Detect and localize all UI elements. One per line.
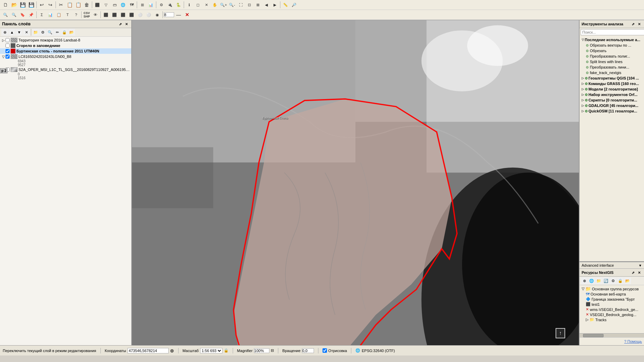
rendering-checkbox[interactable] bbox=[323, 348, 327, 353]
zoom-next-btn[interactable]: ▶ bbox=[271, 1, 279, 9]
magnifier-input[interactable] bbox=[254, 348, 269, 353]
layers-float-icon[interactable]: ⇗ bbox=[118, 21, 123, 27]
circle-select-btn[interactable]: ⬛ bbox=[110, 11, 119, 19]
layer-item[interactable]: ▷ Сгорело в заповеднике bbox=[0, 43, 131, 48]
delete-btn[interactable]: 🗑 bbox=[83, 1, 91, 9]
tree-child[interactable]: ⚙ Split lines with lines bbox=[580, 59, 643, 64]
save-project-btn[interactable]: 💾 bbox=[19, 1, 27, 9]
tree-section[interactable]: ▽ Последние используемые а... bbox=[580, 37, 643, 43]
nextgis-item[interactable]: ✕ VSEGEI_Bedrock_geolog... bbox=[580, 312, 643, 317]
expand-icon[interactable]: ▽ bbox=[1, 55, 5, 59]
field-calc-btn[interactable]: ⊞ bbox=[138, 1, 146, 9]
analysis-close-icon[interactable]: ✕ bbox=[636, 21, 642, 27]
nextgis-item[interactable]: ▽ 📁 Основная группа ресурсов bbox=[580, 286, 643, 292]
add-wfs-btn[interactable]: 🗺 bbox=[127, 1, 136, 9]
plugins-btn[interactable]: 🔌 bbox=[166, 1, 174, 9]
layer-item[interactable]: ▷ Территория пожара 2016 Landsat-8 bbox=[0, 37, 131, 43]
zoom-in-btn[interactable]: 🔍+ bbox=[219, 1, 228, 9]
layer-checkbox[interactable] bbox=[5, 55, 10, 59]
open-layer-btn[interactable]: 📁 bbox=[32, 29, 39, 36]
dropdown-arrow-icon[interactable]: ▼ bbox=[639, 264, 642, 267]
folder-layer-btn[interactable]: 📂 bbox=[68, 29, 75, 36]
nextgis-refresh-btn[interactable]: 🔄 bbox=[603, 277, 609, 284]
deselect-btn[interactable]: ✕ bbox=[202, 1, 210, 9]
report-btn[interactable]: 📋 bbox=[55, 11, 63, 19]
bookmark-btn[interactable]: 🔖 bbox=[19, 11, 27, 19]
tree-child[interactable]: ⚙ Обрезать векторы по ... bbox=[580, 43, 643, 48]
layer-checkbox[interactable] bbox=[5, 38, 10, 42]
expand-icon[interactable]: ▷ bbox=[582, 104, 584, 107]
expand-icon[interactable]: ▷ bbox=[582, 76, 584, 80]
label-btn[interactable]: T bbox=[63, 11, 72, 19]
add-layer-btn[interactable]: ⊕ bbox=[1, 29, 8, 36]
tree-section[interactable]: ▷ ⚙ GDAL/OGR [45 геоалгори... bbox=[580, 103, 643, 108]
layer-checkbox[interactable] bbox=[5, 49, 10, 53]
nextgis-open-btn[interactable]: 📂 bbox=[624, 277, 631, 284]
search-layer-btn2[interactable]: 🔍 bbox=[47, 29, 53, 36]
tree-section[interactable]: ▷ ⚙ Геоалгоритмы QGIS [104 ... bbox=[580, 75, 643, 81]
filter-btn[interactable]: 🔍 bbox=[10, 11, 18, 19]
ring-btn[interactable]: ◉ bbox=[153, 11, 161, 19]
add-db-btn[interactable]: 🗃 bbox=[110, 1, 119, 9]
attr-table-btn[interactable]: 📊 bbox=[147, 1, 155, 9]
zoom-select-btn[interactable]: ⊠ bbox=[254, 1, 262, 9]
chart-btn[interactable]: 📊 bbox=[46, 11, 54, 19]
paste-btn[interactable]: 📋 bbox=[74, 1, 82, 9]
spatial-query-btn[interactable]: 🔎 bbox=[290, 1, 298, 9]
pan-btn[interactable]: ✋ bbox=[211, 1, 219, 9]
copy-btn[interactable]: 📋 bbox=[65, 1, 74, 9]
identify-btn[interactable]: ℹ bbox=[185, 1, 193, 9]
add-vector-btn[interactable]: ▽ bbox=[102, 1, 110, 9]
csv-btn[interactable]: CSVSHP bbox=[83, 11, 91, 19]
tree-section[interactable]: ▷ ⚙ Команды GRASS [160 гео... bbox=[580, 81, 643, 86]
open-project-btn[interactable]: 📂 bbox=[10, 1, 18, 9]
add-wms-btn[interactable]: 🌐 bbox=[119, 1, 127, 9]
crs-label[interactable]: EPSG:32640 (OTF) bbox=[362, 349, 395, 353]
advanced-interface-row[interactable]: Advanced interface ▼ bbox=[580, 262, 644, 269]
layer-item[interactable]: ▽ LC81650242016243LGN00_B8 bbox=[0, 54, 131, 59]
cut-btn[interactable]: ✂ bbox=[57, 1, 65, 9]
oval-btn[interactable]: ⚪ bbox=[136, 11, 144, 19]
move-down-btn[interactable]: ▼ bbox=[16, 29, 23, 36]
stats-btn[interactable]: Σ bbox=[38, 11, 46, 19]
expand-icon[interactable]: ▷ bbox=[582, 109, 584, 113]
rendering-item[interactable]: Отрисовка bbox=[323, 348, 347, 353]
coord-input[interactable] bbox=[127, 348, 169, 353]
nextgis-add-btn[interactable]: ⊕ bbox=[581, 277, 588, 284]
map-area[interactable]: Буртинская Степь ↑ bbox=[132, 20, 579, 345]
polygon-select-btn[interactable]: ⬛ bbox=[119, 11, 127, 19]
measure-btn[interactable]: 📏 bbox=[281, 1, 290, 9]
tree-section[interactable]: ▷ ⚙ Скрипты [0 геоалгоритм... bbox=[580, 97, 643, 103]
expand-icon[interactable]: ▷ bbox=[582, 98, 584, 102]
tree-section[interactable]: ▷ ⚙ Набор инструментов Orf... bbox=[580, 92, 643, 97]
tree-child[interactable]: ⚙ fake_track_nextgis bbox=[580, 70, 643, 75]
nextgis-web-btn[interactable]: 🌐 bbox=[588, 277, 595, 284]
freehand-btn[interactable]: ⬛ bbox=[127, 11, 136, 19]
folder-expand-icon[interactable]: ▽ bbox=[582, 287, 584, 291]
zoom-prev-btn[interactable]: ◀ bbox=[262, 1, 270, 9]
zoom-full-btn[interactable]: ⛶ bbox=[236, 1, 245, 9]
expand-icon[interactable]: ▷ bbox=[582, 87, 584, 91]
crs-item[interactable]: 🌐 EPSG:32640 (OTF) bbox=[355, 348, 395, 353]
dash-btn[interactable]: — bbox=[174, 11, 183, 19]
tree-section[interactable]: ▷ ⚙ Модели [2 геоалгоритмов] bbox=[580, 86, 643, 92]
nextgis-lock-btn[interactable]: 🔒 bbox=[617, 277, 624, 284]
save-as-btn[interactable]: 💾 bbox=[27, 1, 35, 9]
move-up-btn[interactable]: ▲ bbox=[9, 29, 15, 36]
new-project-btn[interactable]: 🗋 bbox=[1, 1, 10, 9]
help-link[interactable]: ? Помощь bbox=[624, 339, 642, 343]
scrollbar-thumb[interactable] bbox=[583, 334, 604, 337]
lock-layer-btn[interactable]: 🔒 bbox=[61, 29, 68, 36]
nextgis-item[interactable]: ⬛ test1 bbox=[580, 302, 643, 307]
analysis-search-input[interactable] bbox=[581, 29, 644, 35]
nextgis-folder-btn[interactable]: 📁 bbox=[595, 277, 602, 284]
annotate-btn[interactable]: 📌 bbox=[27, 11, 35, 19]
undo-btn[interactable]: ↩ bbox=[38, 1, 46, 9]
nextgis-settings-btn[interactable]: ⚙ bbox=[610, 277, 617, 284]
nextgis-item[interactable]: ▷ 📁 Tracks bbox=[580, 317, 643, 322]
rotation-input[interactable] bbox=[164, 12, 174, 17]
expand-icon[interactable]: ▽ bbox=[582, 38, 584, 41]
layer-item[interactable]: ▽ S2A_OPER_MSI_L1C_TL_SGS__20160829T1109… bbox=[0, 67, 131, 72]
python-btn[interactable]: 🐍 bbox=[174, 1, 183, 9]
tree-child[interactable]: ⚙ Обрезать bbox=[580, 48, 643, 53]
